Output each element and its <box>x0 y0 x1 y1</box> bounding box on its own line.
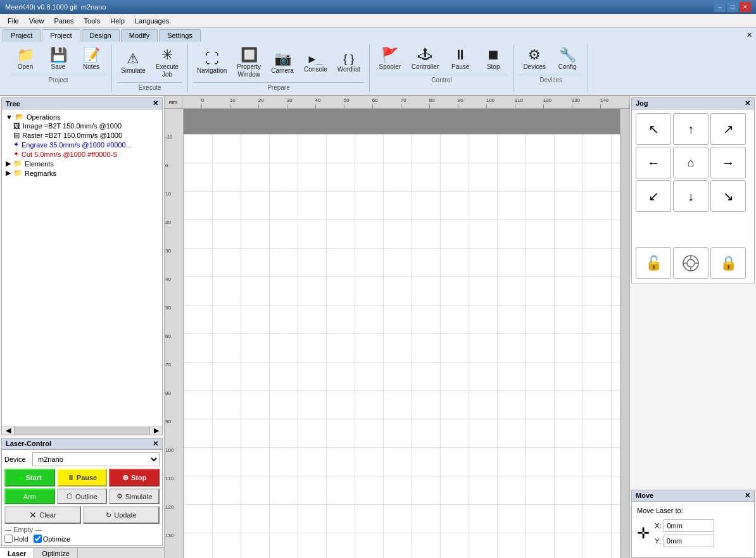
app-subtitle: m2nano <box>81 3 106 11</box>
horizontal-scrollbar[interactable] <box>15 427 149 435</box>
menu-panes[interactable]: Panes <box>49 16 79 26</box>
tab-modify[interactable]: Modify <box>121 29 158 42</box>
scroll-right-button[interactable]: ▶ <box>149 426 162 435</box>
menu-view[interactable]: View <box>24 16 49 26</box>
hold-checkbox[interactable] <box>4 535 13 543</box>
navigation-label: Navigation <box>197 67 227 75</box>
save-icon: 💾 <box>50 48 67 62</box>
jog-e-button[interactable]: → <box>710 147 746 178</box>
jog-s-button[interactable]: ↓ <box>673 180 709 212</box>
stop-ribbon-button[interactable]: ⏹ Stop <box>478 46 508 73</box>
open-button[interactable]: 📁 Open <box>10 46 41 73</box>
laser-panel-header: Laser-Control ✕ <box>2 438 162 450</box>
notes-label: Notes <box>83 63 99 71</box>
optimize-tab[interactable]: Optimize <box>34 548 77 558</box>
config-icon: 🔧 <box>559 48 576 62</box>
scroll-left-button[interactable]: ◀ <box>2 426 15 435</box>
ribbon-group-execute: ⚠ Simulate ✳ ExecuteJob Execute <box>112 44 188 92</box>
laser-panel-close-button[interactable]: ✕ <box>153 440 158 448</box>
title-bar-text: MeerK40t v0.8.1000 git m2nano <box>5 3 106 11</box>
open-label: Open <box>18 63 33 71</box>
jog-w-button[interactable]: ← <box>636 147 671 178</box>
outline-icon: ⬡ <box>66 492 73 500</box>
clear-button[interactable]: ✕ Clear <box>4 506 81 524</box>
property-label: PropertyWindow <box>237 63 261 78</box>
tree-item[interactable]: 🖼 Image =B2T 150.0mm/s @1000 <box>12 121 160 130</box>
jog-nw-button[interactable]: ↖ <box>636 113 671 145</box>
arm-button[interactable]: Arm <box>4 488 55 504</box>
jog-close-button[interactable]: ✕ <box>745 99 750 108</box>
laser-tab[interactable]: Laser <box>0 548 34 558</box>
jog-se-button[interactable]: ↘ <box>710 180 746 212</box>
optimize-checkbox[interactable] <box>34 535 42 543</box>
device-select[interactable]: m2nano <box>32 452 160 466</box>
pause-button[interactable]: ⏸ Pause <box>445 46 476 73</box>
navigation-icon: ⛶ <box>205 52 219 66</box>
vertical-ruler: -100102030405060708090100110120130140150… <box>165 109 184 558</box>
right-scrollbar[interactable] <box>620 109 629 558</box>
jog-panel: Jog ✕ ↖ ↑ ↗ ← ⌂ → ↙ ↓ ↘ 🔓 <box>631 97 755 283</box>
jog-lock-button[interactable]: 🔒 <box>710 247 746 279</box>
minimize-button[interactable]: – <box>714 2 726 12</box>
tab-project[interactable]: Project <box>3 29 41 42</box>
y-input[interactable] <box>664 535 714 547</box>
devices-button[interactable]: ⚙ Devices <box>519 46 550 73</box>
start-button[interactable]: ● Start <box>4 469 55 487</box>
tree-item[interactable]: ▶ 📁 Regmarks <box>4 168 160 178</box>
x-input[interactable] <box>664 519 714 532</box>
notes-button[interactable]: 📝 Notes <box>76 46 106 73</box>
execute-job-button[interactable]: ✳ ExecuteJob <box>152 46 182 81</box>
jog-ne-button[interactable]: ↗ <box>710 113 746 145</box>
navigation-button[interactable]: ⛶ Navigation <box>193 46 230 81</box>
tab-settings[interactable]: Settings <box>159 29 201 42</box>
menu-languages[interactable]: Languages <box>130 16 174 26</box>
outline-button-label: Outline <box>75 493 98 500</box>
outline-button[interactable]: ⬡ Outline <box>57 488 108 504</box>
move-panel-header: Move ✕ <box>632 490 754 502</box>
hold-checkbox-row[interactable]: Hold <box>4 535 28 543</box>
engrave-icon: ✦ <box>13 140 19 149</box>
pause-control-button[interactable]: ⏸ Pause <box>57 469 108 487</box>
jog-sw-button[interactable]: ↙ <box>636 180 671 212</box>
camera-button[interactable]: 📷 Camera <box>267 46 298 81</box>
tree-close-button[interactable]: ✕ <box>153 99 158 108</box>
spooler-button[interactable]: 🚩 Spooler <box>375 46 405 73</box>
controller-button[interactable]: 🕹 Controller <box>408 46 443 73</box>
stop-control-button[interactable]: ⊛ Stop <box>109 469 160 487</box>
tab-active[interactable]: Project <box>42 29 80 42</box>
simulate-control-button[interactable]: ⚙ Simulate <box>109 488 160 504</box>
tree-panel: Tree ✕ ▼ 📂 Operations 🖼 Image =B2T 150.0… <box>1 97 163 435</box>
update-button[interactable]: ↻ Update <box>83 506 160 524</box>
close-button[interactable]: ✕ <box>740 2 751 12</box>
save-button[interactable]: 💾 Save <box>43 46 73 73</box>
config-button[interactable]: 🔧 Config <box>552 46 583 73</box>
menu-file[interactable]: File <box>3 16 24 26</box>
menu-tools[interactable]: Tools <box>79 16 106 26</box>
simulate-button[interactable]: ⚠ Simulate <box>117 46 149 81</box>
jog-n-button[interactable]: ↑ <box>673 113 709 145</box>
controller-label: Controller <box>412 63 439 71</box>
menu-help[interactable]: Help <box>105 16 130 26</box>
jog-unlock-button[interactable]: 🔓 <box>636 247 671 279</box>
jog-home-button[interactable]: ⌂ <box>673 147 709 178</box>
main-layout: Tree ✕ ▼ 📂 Operations 🖼 Image =B2T 150.0… <box>0 96 756 558</box>
tab-design[interactable]: Design <box>82 29 120 42</box>
devices-label: Devices <box>523 63 546 71</box>
tree-item[interactable]: ▶ 📁 Elements <box>4 159 160 168</box>
wordlist-button[interactable]: { } Wordlist <box>334 46 364 81</box>
optimize-checkbox-row[interactable]: Optimize <box>34 535 70 543</box>
maximize-button[interactable]: □ <box>727 2 738 12</box>
ribbon-close-button[interactable]: ✕ <box>743 30 756 40</box>
raster-icon: ▤ <box>13 131 20 139</box>
console-button[interactable]: ▶_ Console <box>300 46 331 81</box>
tree-item[interactable]: ▼ 📂 Operations <box>4 112 160 121</box>
canvas-wrapper[interactable] <box>184 109 629 558</box>
tree-item[interactable]: ▤ Raster =B2T 150.0mm/s @1000 <box>12 130 160 140</box>
wordlist-label: Wordlist <box>337 66 360 73</box>
tree-item[interactable]: ✦ Engrave 35.0mm/s @1000 #0000... <box>12 140 160 149</box>
property-window-button[interactable]: 🔲 PropertyWindow <box>233 46 265 81</box>
jog-target-button[interactable] <box>673 247 709 279</box>
device-label: Device <box>4 456 30 463</box>
move-close-button[interactable]: ✕ <box>745 492 750 500</box>
tree-item[interactable]: ✦ Cut 5.0mm/s @1000 #ff0000-S <box>12 149 160 159</box>
